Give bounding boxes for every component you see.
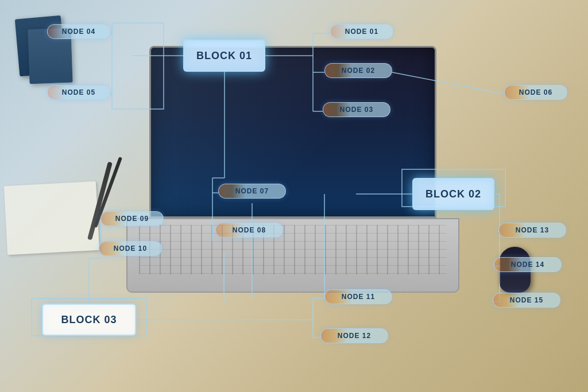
- block-01-text: BLOCK 01: [196, 50, 252, 62]
- node-01-label: NODE 01: [330, 24, 393, 39]
- node-09-label: NODE 09: [100, 211, 164, 226]
- block-03-text: BLOCK 03: [61, 314, 117, 326]
- svg-line-9: [392, 72, 504, 94]
- node-11-label: NODE 11: [324, 289, 392, 304]
- block-02-text: BLOCK 02: [425, 188, 481, 200]
- node-07-label: NODE 07: [218, 184, 286, 199]
- node-15-label: NODE 15: [493, 293, 560, 308]
- svg-rect-6: [112, 23, 164, 109]
- node-10-label: NODE 10: [99, 241, 162, 256]
- node-13-label: NODE 13: [498, 223, 566, 238]
- node-08-label: NODE 08: [215, 223, 283, 238]
- node-06-label: NODE 06: [504, 85, 567, 100]
- block-01-label: BLOCK 01: [183, 40, 265, 72]
- node-12-label: NODE 12: [320, 328, 388, 343]
- block-02-label: BLOCK 02: [412, 178, 494, 210]
- node-04-label: NODE 04: [47, 24, 110, 39]
- block-03-label: BLOCK 03: [42, 304, 136, 336]
- node-05-label: NODE 05: [47, 85, 110, 100]
- diagram-overlay: BLOCK 01 BLOCK 02 BLOCK 03 NODE 01 NODE …: [0, 0, 588, 392]
- node-03-label: NODE 03: [323, 102, 390, 117]
- node-02-label: NODE 02: [324, 63, 392, 78]
- node-14-label: NODE 14: [494, 257, 562, 272]
